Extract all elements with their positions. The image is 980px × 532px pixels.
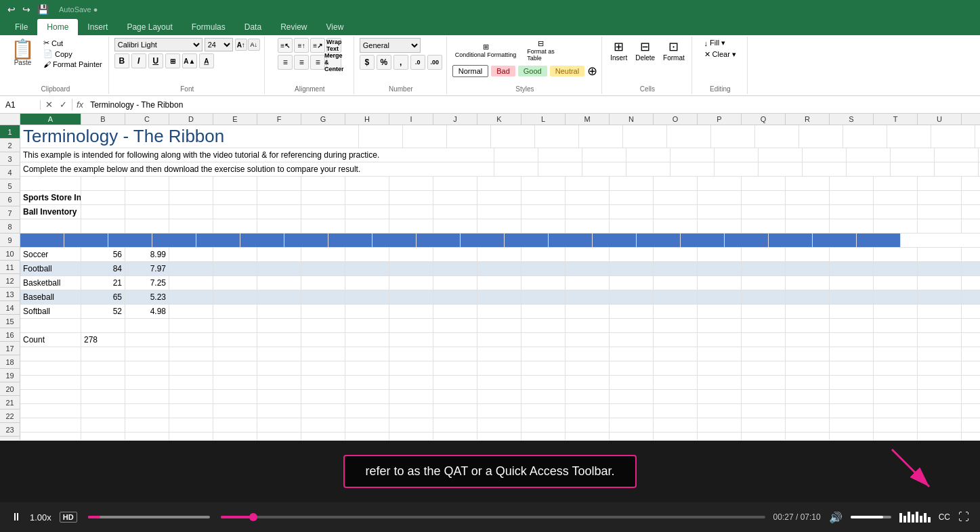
cell-11-2[interactable]: 21 [81, 276, 125, 290]
cell-15-22[interactable] [962, 333, 980, 347]
cell-15-7[interactable] [301, 333, 345, 347]
col-header-D[interactable]: D [169, 114, 213, 125]
cell-19-10[interactable] [433, 390, 477, 403]
cell-17-5[interactable] [213, 361, 257, 375]
cell-17-13[interactable] [566, 361, 610, 375]
cell-9-19[interactable] [830, 248, 874, 261]
cell-21-19[interactable] [830, 418, 874, 432]
cell-22-9[interactable] [389, 433, 433, 440]
cell-14-16[interactable] [698, 319, 742, 332]
format-painter-button[interactable]: 🖌 Format Painter [41, 60, 104, 69]
cell-12-6[interactable] [257, 290, 301, 304]
cell-6-21[interactable] [918, 205, 962, 219]
cell-4-17[interactable] [742, 177, 786, 190]
cell-1-3[interactable] [403, 125, 447, 148]
cell-6-2[interactable] [81, 205, 125, 219]
cell-20-20[interactable] [874, 404, 918, 418]
cell-8-8[interactable] [196, 234, 240, 247]
cell-9-22[interactable] [962, 248, 980, 261]
cell-7-14[interactable] [610, 219, 654, 233]
cell-8-11[interactable] [328, 234, 372, 247]
cell-15-21[interactable] [918, 333, 962, 347]
cell-14-2[interactable] [81, 319, 125, 332]
cell-11-9[interactable] [389, 276, 433, 290]
cell-21-15[interactable] [654, 418, 698, 432]
cell-16-2[interactable] [81, 347, 125, 361]
cell-10-21[interactable] [918, 262, 962, 275]
cell-20-7[interactable] [301, 404, 345, 418]
cell-1-10[interactable] [711, 125, 755, 148]
cell-18-1[interactable] [20, 376, 81, 389]
cell-13-9[interactable] [389, 305, 433, 318]
align-top-center-button[interactable]: ≡↑ [294, 38, 309, 53]
cell-16-3[interactable] [125, 347, 169, 361]
row-num-22[interactable]: 22 [0, 409, 20, 423]
cell-15-13[interactable] [566, 333, 610, 347]
col-header-A[interactable]: A [20, 114, 81, 125]
cell-20-2[interactable] [81, 404, 125, 418]
cell-6-3[interactable] [125, 205, 169, 219]
cell-11-3[interactable]: 7.25 [125, 276, 169, 290]
cell-11-12[interactable] [521, 276, 566, 290]
col-header-S[interactable]: S [830, 114, 874, 125]
cell-9-12[interactable] [521, 248, 566, 261]
cell-1-15[interactable] [931, 125, 975, 148]
row-num-18[interactable]: 18 [0, 355, 20, 369]
cell-5-11[interactable] [477, 191, 521, 204]
cell-9-13[interactable] [566, 248, 610, 261]
cell-18-19[interactable] [830, 376, 874, 389]
cell-12-17[interactable] [742, 290, 786, 304]
cell-21-20[interactable] [874, 418, 918, 432]
cell-3-6[interactable] [670, 162, 715, 176]
normal-style[interactable]: Normal [452, 65, 488, 77]
cell-7-13[interactable] [566, 219, 610, 233]
cell-21-9[interactable] [389, 418, 433, 432]
cell-12-20[interactable] [874, 290, 918, 304]
cell-18-7[interactable] [301, 376, 345, 389]
insert-button[interactable]: ⊞ Insert [608, 38, 630, 63]
cell-10-3[interactable]: 7.97 [125, 262, 169, 275]
cell-16-5[interactable] [213, 347, 257, 361]
cell-18-11[interactable] [477, 376, 521, 389]
cell-9-6[interactable] [257, 248, 301, 261]
cell-8-20[interactable] [725, 234, 769, 247]
cell-10-5[interactable] [213, 262, 257, 275]
tab-review[interactable]: Review [271, 19, 316, 35]
cell-20-10[interactable] [433, 404, 477, 418]
cell-15-6[interactable] [257, 333, 301, 347]
col-header-T[interactable]: T [874, 114, 918, 125]
cell-7-5[interactable] [213, 219, 257, 233]
cell-7-15[interactable] [654, 219, 698, 233]
cell-6-8[interactable] [345, 205, 389, 219]
cell-9-5[interactable] [213, 248, 257, 261]
cell-18-8[interactable] [345, 376, 389, 389]
cell-18-5[interactable] [213, 376, 257, 389]
cell-17-15[interactable] [654, 361, 698, 375]
cell-12-5[interactable] [213, 290, 257, 304]
cell-14-9[interactable] [389, 319, 433, 332]
cell-5-14[interactable] [610, 191, 654, 204]
row-num-5[interactable]: 5 [0, 179, 20, 193]
col-header-B[interactable]: B [81, 114, 125, 125]
cell-10-12[interactable] [521, 262, 566, 275]
cell-8-7[interactable] [152, 234, 196, 247]
cell-21-18[interactable] [786, 418, 830, 432]
cell-22-17[interactable] [742, 433, 786, 440]
cell-11-13[interactable] [566, 276, 610, 290]
align-left-button[interactable]: ≡ [278, 55, 293, 70]
cell-10-20[interactable] [874, 262, 918, 275]
cell-15-5[interactable] [213, 333, 257, 347]
cell-8-23[interactable] [857, 234, 901, 247]
cell-12-22[interactable] [962, 290, 980, 304]
cell-18-12[interactable] [521, 376, 566, 389]
col-header-P[interactable]: P [698, 114, 742, 125]
cell-4-13[interactable] [566, 177, 610, 190]
cell-2-3[interactable] [538, 148, 582, 162]
cell-3-12[interactable] [935, 162, 979, 176]
cell-13-20[interactable] [874, 305, 918, 318]
cell-7-9[interactable] [389, 219, 433, 233]
col-header-R[interactable]: R [786, 114, 830, 125]
row-num-12[interactable]: 12 [0, 274, 20, 288]
cell-19-11[interactable] [477, 390, 521, 403]
cell-5-8[interactable] [345, 191, 389, 204]
